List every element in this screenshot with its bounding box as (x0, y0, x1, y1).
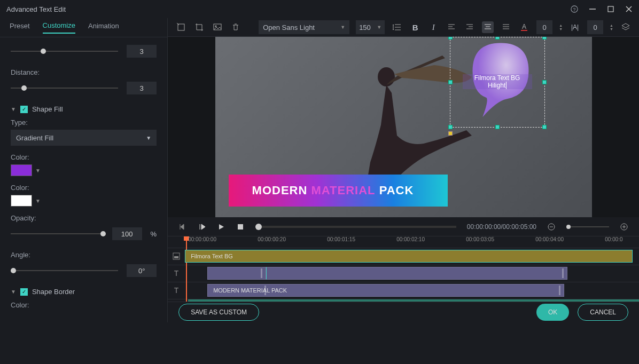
tab-animation[interactable]: Animation (88, 22, 119, 33)
help-icon[interactable]: ? (571, 5, 578, 13)
align-left-icon[interactable] (446, 21, 457, 33)
zoom-slider[interactable] (566, 226, 609, 227)
timecode: 00:00:00:00/00:00:05:00 (467, 223, 536, 231)
angle-label: Angle: (11, 251, 157, 259)
ruler-tick: 00:00:04:00 (535, 236, 564, 242)
layers-icon[interactable] (620, 21, 632, 33)
shape-border-chevron-icon[interactable]: ▼ (11, 289, 16, 295)
trash-icon[interactable] (230, 21, 241, 33)
letter-spacing-value: 0 (593, 23, 597, 31)
stop-icon[interactable] (236, 223, 245, 231)
shape-fill-checkbox[interactable]: ✓ (20, 106, 28, 113)
text-color-icon[interactable]: A (518, 21, 530, 33)
tab-customize[interactable]: Customize (43, 21, 75, 34)
char-spacing-input[interactable]: 0 (536, 20, 552, 34)
size-select[interactable]: 150▼ (356, 20, 385, 34)
svg-text:A: A (522, 23, 526, 30)
ruler-tick: 00:00:00:00 (188, 236, 216, 242)
opacity-unit: % (151, 230, 157, 238)
track-text-icon: T (168, 286, 185, 295)
svg-point-27 (378, 67, 395, 86)
window-title: Advanced Text Edit (6, 5, 66, 13)
distance-value[interactable] (127, 82, 157, 94)
svg-point-9 (215, 26, 217, 27)
clip-bg[interactable]: Filmora Text BG (185, 250, 633, 263)
svg-text:?: ? (573, 7, 576, 12)
track-text-icon: T (168, 269, 185, 278)
chevron-down-icon: ▼ (146, 135, 151, 141)
color1-swatch[interactable] (11, 164, 32, 176)
letter-spacing-icon[interactable]: |A| (569, 21, 581, 33)
ruler-tick: 00:00:00:20 (258, 236, 286, 242)
spin-arrows-2[interactable]: ▲▼ (610, 23, 613, 31)
close-icon[interactable] (625, 5, 633, 13)
crop-icon[interactable] (193, 21, 205, 33)
slider-unknown-1[interactable] (11, 51, 118, 52)
slider-value-1[interactable] (127, 45, 157, 58)
title-overlay: MODERN MATERIAL PACK (229, 175, 448, 207)
letter-spacing-input[interactable]: 0 (587, 20, 603, 34)
shape-fill-label: Shape Fill (32, 105, 63, 113)
chevron-down-icon[interactable]: ▼ (35, 168, 41, 173)
svg-rect-3 (608, 6, 613, 12)
color2-label: Color: (11, 184, 157, 192)
color2-swatch[interactable] (11, 195, 32, 207)
line-spacing-icon[interactable] (391, 21, 403, 33)
align-justify-icon[interactable] (500, 21, 512, 33)
shape-border-checkbox[interactable]: ✓ (20, 288, 28, 296)
ok-button[interactable]: OK (536, 304, 569, 321)
svg-rect-35 (174, 256, 178, 258)
selection-box[interactable] (450, 37, 545, 128)
step-play-icon[interactable] (198, 223, 206, 231)
scrub-bar[interactable] (255, 226, 456, 228)
save-as-custom-button[interactable]: SAVE AS CUSTOM (178, 304, 259, 321)
transform-icon[interactable] (175, 21, 187, 33)
type-value: Gradient Fill (16, 134, 53, 142)
type-dropdown[interactable]: Gradient Fill ▼ (11, 130, 157, 146)
playhead[interactable] (186, 236, 187, 302)
font-select[interactable]: Open Sans Light▼ (259, 20, 349, 34)
clip-label: MODERN MATERIAL PACK (213, 287, 287, 294)
preview-canvas[interactable]: MODERN MATERIAL PACK Filmora Text BGHili… (168, 37, 639, 217)
opacity-value[interactable] (112, 227, 142, 240)
shape-border-label: Shape Border (32, 288, 75, 296)
clip-text1-a[interactable] (207, 267, 266, 280)
ruler-tick: 00:00:0 (605, 236, 622, 242)
ruler-tick: 00:00:01:15 (327, 236, 355, 242)
opacity-slider[interactable] (11, 233, 104, 234)
clip-text2[interactable]: MODERN MATERIAL PACK (207, 284, 564, 297)
image-icon[interactable] (212, 21, 223, 33)
clip-text1-b[interactable] (266, 267, 567, 280)
clip-label: Filmora Text BG (191, 253, 233, 259)
opacity-label: Opacity: (11, 214, 157, 222)
zoom-in-icon[interactable] (620, 223, 628, 231)
shape-fill-chevron-icon[interactable]: ▼ (11, 106, 16, 112)
minimize-icon[interactable] (589, 5, 596, 13)
border-color-label: Color: (11, 301, 157, 309)
distance-slider[interactable] (11, 88, 118, 89)
align-center-icon[interactable] (482, 21, 494, 33)
zoom-out-icon[interactable] (547, 223, 556, 231)
timeline[interactable]: 00:00:00:00 00:00:00:20 00:00:01:15 00:0… (168, 236, 639, 302)
prev-frame-icon[interactable] (178, 223, 187, 231)
tab-preset[interactable]: Preset (10, 22, 30, 33)
cancel-button[interactable]: CANCEL (578, 304, 628, 321)
chevron-down-icon[interactable]: ▼ (35, 198, 41, 204)
spin-arrows[interactable]: ▲▼ (559, 23, 563, 31)
size-value: 150 (359, 23, 371, 31)
char-spacing-value: 0 (543, 23, 547, 31)
ruler-tick: 00:00:03:05 (466, 236, 494, 242)
track-bg-icon (168, 252, 185, 260)
play-icon[interactable] (217, 223, 225, 231)
bold-icon[interactable]: B (409, 21, 421, 33)
angle-value[interactable] (127, 264, 157, 277)
font-value: Open Sans Light (263, 23, 315, 31)
ruler-tick: 00:00:02:10 (396, 236, 425, 242)
color1-label: Color: (11, 153, 157, 161)
svg-rect-26 (521, 30, 527, 31)
maximize-icon[interactable] (607, 5, 614, 13)
angle-slider[interactable] (11, 270, 118, 271)
type-label: Type: (11, 118, 157, 126)
align-right-icon[interactable] (464, 21, 476, 33)
italic-icon[interactable]: I (427, 21, 439, 33)
